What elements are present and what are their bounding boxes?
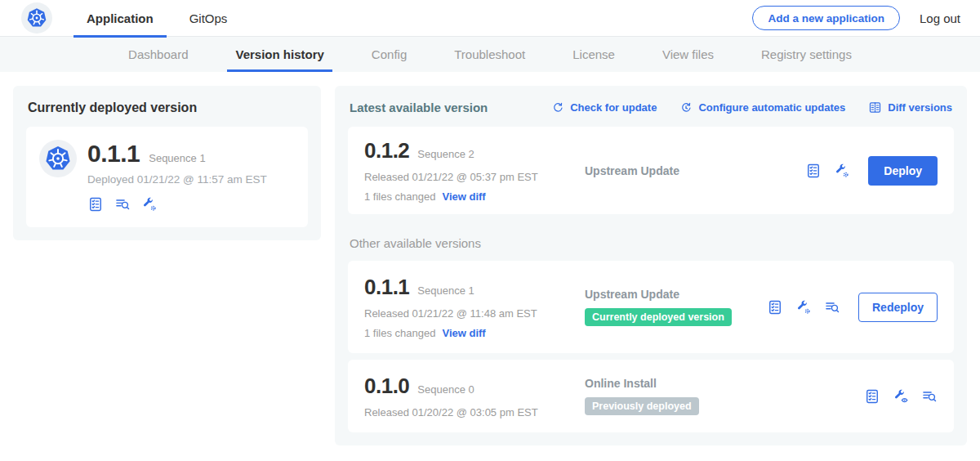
currently-deployed-title: Currently deployed version: [28, 101, 306, 115]
check-for-update-link[interactable]: Check for update: [551, 101, 657, 114]
tab-application[interactable]: Application: [74, 0, 167, 37]
version-number: 0.1.0: [364, 374, 409, 399]
version-number: 0.1.2: [364, 138, 409, 163]
version-source-label: Online Install: [585, 377, 864, 390]
previously-deployed-badge: Previously deployed: [585, 397, 699, 415]
view-logs-icon[interactable]: [824, 299, 840, 316]
view-logs-icon[interactable]: [114, 196, 131, 213]
other-available-versions-title: Other available versions: [350, 236, 952, 250]
subnav-tab-view-files-label: View files: [662, 47, 714, 61]
deployed-version-card: 0.1.1 Sequence 1 Deployed 01/21/22 @ 11:…: [26, 127, 308, 227]
subnav-tab-license[interactable]: License: [549, 37, 639, 72]
redeploy-button[interactable]: Redeploy: [858, 293, 938, 322]
subnav-tab-troubleshoot[interactable]: Troubleshoot: [430, 37, 549, 72]
add-new-application-button[interactable]: Add a new application: [752, 6, 900, 30]
preflight-checklist-icon[interactable]: [805, 163, 822, 179]
subnav-tab-config-label: Config: [372, 47, 407, 61]
subnav-tab-registry-settings-label: Registry settings: [761, 47, 852, 61]
app-logo-avatar: [21, 2, 52, 34]
diff-versions-label: Diff versions: [888, 101, 952, 114]
tab-application-label: Application: [87, 11, 154, 25]
config-wrench-gear-icon[interactable]: [141, 196, 158, 213]
kubernetes-logo-icon: [25, 7, 48, 29]
deployed-sequence-label: Sequence 1: [149, 152, 205, 164]
latest-available-title: Latest available version: [350, 101, 528, 114]
deployed-app-avatar: [39, 140, 77, 177]
subnav-tab-config[interactable]: Config: [348, 37, 430, 72]
logout-link[interactable]: Log out: [920, 11, 960, 25]
version-history-panel: Latest available version Check for updat…: [335, 86, 967, 445]
schedule-refresh-icon: [679, 101, 693, 114]
subnav-tab-version-history-label: Version history: [235, 47, 323, 61]
subnav-tab-troubleshoot-label: Troubleshoot: [454, 47, 525, 61]
tab-gitops-label: GitOps: [189, 11, 228, 25]
main-content: Currently deployed version 0.1.1 Sequenc…: [0, 72, 980, 445]
app-subnav: Dashboard Version history Config Trouble…: [0, 37, 980, 72]
released-timestamp: Released 01/21/22 @ 05:37 pm EST: [364, 171, 570, 183]
refresh-icon: [551, 101, 564, 114]
deployed-version-number: 0.1.1: [87, 140, 140, 168]
released-timestamp: Released 01/20/22 @ 03:05 pm EST: [364, 406, 570, 418]
files-changed-label: 1 files changed: [364, 190, 435, 203]
diff-versions-link[interactable]: Diff versions: [868, 101, 952, 114]
version-source-label: Upstream Update: [585, 288, 767, 301]
sequence-label: Sequence 1: [417, 284, 474, 297]
version-number: 0.1.1: [364, 275, 409, 300]
version-card-0-1-0: 0.1.0 Sequence 0 Released 01/20/22 @ 03:…: [348, 360, 954, 432]
config-wrench-gear-icon[interactable]: [834, 163, 850, 179]
subnav-tab-view-files[interactable]: View files: [639, 37, 737, 72]
deployed-timestamp: Deployed 01/21/22 @ 11:57 am EST: [87, 173, 267, 186]
sequence-label: Sequence 2: [417, 148, 474, 160]
deployed-version-info: 0.1.1 Sequence 1 Deployed 01/21/22 @ 11:…: [87, 140, 267, 213]
view-diff-link[interactable]: View diff: [442, 327, 485, 339]
diff-columns-icon: [868, 101, 882, 114]
configure-automatic-updates-link[interactable]: Configure automatic updates: [679, 101, 845, 114]
version-source-label: Upstream Update: [585, 164, 805, 177]
currently-deployed-panel: Currently deployed version 0.1.1 Sequenc…: [13, 86, 321, 240]
config-wrench-gear-icon[interactable]: [795, 299, 812, 316]
top-navbar: Application GitOps Add a new application…: [0, 0, 980, 37]
released-timestamp: Released 01/21/22 @ 11:48 am EST: [364, 307, 570, 320]
tab-gitops[interactable]: GitOps: [176, 0, 241, 37]
check-for-update-label: Check for update: [570, 101, 657, 114]
subnav-tab-registry-settings[interactable]: Registry settings: [737, 37, 875, 72]
preflight-checklist-icon[interactable]: [767, 299, 783, 316]
currently-deployed-badge: Currently deployed version: [585, 308, 732, 326]
deploy-button[interactable]: Deploy: [868, 156, 938, 186]
configure-automatic-updates-label: Configure automatic updates: [698, 101, 845, 114]
preflight-checklist-icon[interactable]: [87, 196, 104, 213]
kubernetes-logo-icon: [43, 144, 73, 173]
version-card-0-1-2: 0.1.2 Sequence 2 Released 01/21/22 @ 05:…: [348, 127, 954, 214]
view-logs-icon[interactable]: [921, 388, 938, 405]
subnav-tab-dashboard-label: Dashboard: [128, 47, 188, 61]
view-diff-link[interactable]: View diff: [442, 190, 485, 203]
files-changed-label: 1 files changed: [364, 327, 435, 339]
preflight-checklist-icon[interactable]: [864, 388, 880, 405]
sequence-label: Sequence 0: [417, 383, 474, 396]
version-card-0-1-1: 0.1.1 Sequence 1 Released 01/21/22 @ 11:…: [348, 261, 954, 353]
subnav-tab-dashboard[interactable]: Dashboard: [105, 37, 212, 72]
subnav-tab-license-label: License: [572, 47, 615, 61]
config-wrench-view-icon[interactable]: [893, 388, 909, 405]
subnav-tab-version-history[interactable]: Version history: [212, 37, 347, 72]
